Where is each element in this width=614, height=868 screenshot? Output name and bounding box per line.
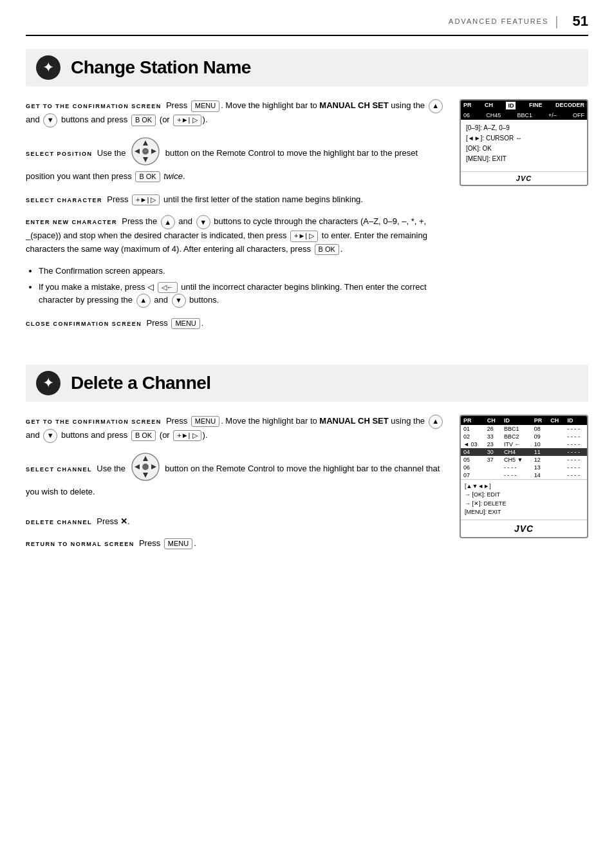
table-row: 06- - - - 13- - - - (461, 464, 587, 471)
tv-display-1: PR CH ID FINE DECODER 06 CH45 BBC1 +/– O… (460, 99, 588, 186)
section-text-2: GET TO THE CONFIRMATION SCREEN Press MEN… (26, 415, 447, 560)
cell: - - - - (565, 448, 587, 456)
tv-col-decoder: DECODER (555, 102, 584, 109)
step-select-character: SELECT CHARACTER Press +►| ▷ until the f… (26, 193, 447, 206)
ch-table-header: PR CH ID PR CH ID (461, 416, 587, 425)
cell (548, 433, 564, 440)
svg-point-12 (142, 464, 149, 470)
cell: 23 (485, 440, 501, 448)
cell: - - - - (565, 456, 587, 464)
step-label-selectpos: SELECT POSITION Use the (26, 137, 447, 183)
cell (485, 471, 501, 479)
channel-table: PR CH ID PR CH ID 0126BBC1 08- - (460, 415, 588, 538)
select-position-text-block: SELECT POSITION Use the (26, 137, 447, 185)
cell: 10 (532, 440, 548, 448)
cell (548, 425, 564, 433)
cell: 33 (485, 433, 501, 440)
cell: ◄ 03 (461, 440, 485, 448)
bok-btn-2: B OK (135, 171, 160, 182)
footer-line-1: [▲▼◄►] (465, 482, 583, 491)
section-label: ADVANCED FEATURES (449, 17, 548, 25)
page-number: 51 (573, 13, 588, 30)
bullet-item-1: The Confirmation screen appears. (39, 265, 447, 278)
step-return-normal: RETURN TO NORMAL SCREEN Press MENU. (26, 537, 447, 550)
cell (548, 471, 564, 479)
menu-btn-2: MENU (171, 318, 200, 329)
section-text-1: GET TO THE CONFIRMATION SCREEN Press MEN… (26, 99, 447, 339)
jvc-logo-2: JVC (461, 520, 587, 537)
bok-btn-1: B OK (131, 115, 156, 126)
th-pr1: PR (461, 416, 485, 425)
cell: ITV ← (501, 440, 532, 448)
skip-btn-3: +►| ▷ (290, 231, 318, 241)
tv-val-decoder: OFF (573, 112, 584, 118)
cell: 30 (485, 448, 501, 456)
step-select-channel-text: SELECT CHANNEL Use the (26, 452, 447, 498)
star-glyph-1: ✦ (42, 61, 54, 75)
cell: CH5 ▼ (501, 456, 532, 464)
cell: BBC2 (501, 433, 532, 440)
tv-data-row: 06 CH45 BBC1 +/– OFF (461, 111, 587, 120)
step-select-position: SELECT POSITION Use the (26, 137, 447, 185)
cell: 12 (532, 456, 548, 464)
bullet-list-1: The Confirmation screen appears. If you … (26, 265, 447, 308)
cell: 11 (532, 448, 548, 456)
cell (485, 464, 501, 471)
cell (548, 448, 564, 456)
section-title-1: Change Station Name (71, 57, 251, 78)
up-btn-3: ▲ (136, 294, 151, 308)
th-ch1: CH (485, 416, 501, 425)
menu-btn-4: MENU (164, 538, 192, 549)
tv-line-4: [MENU]: EXIT (466, 155, 582, 164)
ch-table-footer: [▲▼◄►] → [OK]: EDIT → [✕]: DELETE [MENU]… (461, 479, 587, 520)
ch-table-inner: PR CH ID PR CH ID 0126BBC1 08- - (461, 416, 587, 479)
cell: 08 (532, 425, 548, 433)
table-row: ◄ 0323ITV ← 10- - - - (461, 440, 587, 448)
dpad-icon-2 (131, 452, 160, 486)
tv-val-fine: +/– (548, 112, 557, 118)
skip-btn-1: +►| ▷ (173, 115, 201, 126)
cell: 02 (461, 433, 485, 440)
footer-line-4: [MENU]: EXIT (465, 508, 583, 517)
tv-col-ch: CH (485, 102, 493, 109)
bok-btn-4: B OK (131, 430, 156, 441)
section-title-2: Delete a Channel (71, 373, 211, 393)
cell: 06 (461, 464, 485, 471)
th-id2: ID (565, 416, 587, 425)
dpad-icon-1: + (131, 137, 160, 170)
cell: 05 (461, 456, 485, 464)
up-btn-2: ▲ (161, 215, 175, 229)
bullet-item-2: If you make a mistake, press ◁ ◁← until … (39, 281, 447, 308)
skip-btn-2: +►| ▷ (132, 194, 160, 205)
step-close-confirmation: CLOSE CONFIRMATION SCREEN Press MENU. (26, 317, 447, 330)
down-btn-1: ▼ (43, 113, 57, 127)
tv-screen-section1: PR CH ID FINE DECODER 06 CH45 BBC1 +/– O… (460, 99, 588, 186)
header-divider: | (555, 14, 558, 29)
cell: 14 (532, 471, 548, 479)
twice-label: twice (163, 171, 183, 181)
up-btn-1: ▲ (429, 99, 443, 113)
step-get-confirmation-2: GET TO THE CONFIRMATION SCREEN Press MEN… (26, 415, 447, 443)
step-select-channel: SELECT CHANNEL Use the (26, 452, 447, 507)
svg-text:+: + (145, 149, 147, 153)
bok-btn-3: B OK (315, 244, 339, 255)
cell: 01 (461, 425, 485, 433)
page-header: ADVANCED FEATURES | 51 (26, 13, 588, 36)
th-pr2: PR (532, 416, 548, 425)
cell (548, 440, 564, 448)
section-content-2: GET TO THE CONFIRMATION SCREEN Press MEN… (26, 415, 588, 560)
tv-body-1: [0–9]: A–Z, 0–9 [◄►]: CURSOR ↔ [OK]: OK … (461, 120, 587, 171)
cell (548, 456, 564, 464)
tv-val-pr: 06 (463, 112, 470, 118)
star-glyph-2: ✦ (42, 376, 54, 390)
tv-line-1: [0–9]: A–Z, 0–9 (466, 124, 582, 133)
cell: BBC1 (501, 425, 532, 433)
th-id1: ID (501, 416, 532, 425)
table-row: 0537CH5 ▼ 12- - - - (461, 456, 587, 464)
tv-line-2: [◄►]: CURSOR ↔ (466, 134, 582, 143)
cell: 13 (532, 464, 548, 471)
down-btn-2: ▼ (196, 215, 210, 229)
tv-val-ch: CH45 (486, 112, 501, 118)
tv-line-3: [OK]: OK (466, 144, 582, 153)
cell: - - - - (565, 425, 587, 433)
